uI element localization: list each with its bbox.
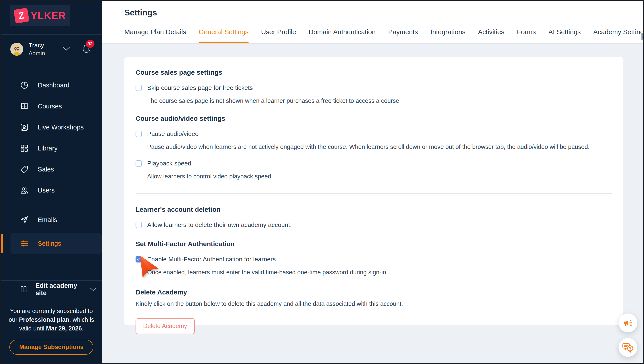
paper-plane-icon	[20, 215, 29, 224]
profile-name: Tracy	[28, 41, 45, 49]
megaphone-icon	[623, 318, 633, 328]
checkbox-label: Playback speed	[147, 160, 191, 167]
checkbox-description: The course sales page is not shown when …	[147, 97, 612, 104]
subscription-line3-post: .	[82, 325, 84, 332]
checkbox-label: Skip course sales page for free tickets	[147, 84, 253, 91]
tag-icon	[20, 165, 29, 174]
tab-forms[interactable]: Forms	[517, 28, 536, 43]
sidebar-item-dashboard[interactable]: Dashboard	[1, 75, 102, 96]
tab-manage-plan-details[interactable]: Manage Plan Details	[124, 28, 186, 43]
enable-mfa-checkbox[interactable]	[136, 256, 142, 263]
help-chat-icon: ?	[622, 342, 634, 353]
edit-academy-site-label: Edit academy site	[36, 282, 84, 297]
sidebar-item-live-workshops[interactable]: Live Workshops	[1, 117, 102, 138]
library-grid-icon	[20, 144, 29, 153]
help-chat-fab[interactable]: ?	[618, 338, 637, 357]
sidebar-item-label: Library	[38, 145, 58, 152]
profile-names: Tracy Admin	[28, 41, 45, 57]
tab-domain-authentication[interactable]: Domain Authentication	[308, 28, 376, 43]
page-title: Settings	[124, 8, 157, 18]
subscription-line2-post: , which is	[69, 316, 94, 323]
tab-integrations[interactable]: Integrations	[430, 28, 466, 43]
dashboard-icon	[20, 81, 29, 90]
general-settings-card: Course sales page settings Skip course s…	[124, 57, 623, 325]
tab-activities[interactable]: Activities	[478, 28, 504, 43]
checkbox-row-pause-audio-video: Pause audio/video	[136, 130, 612, 137]
checkbox-row-skip-sales-page: Skip course sales page for free tickets	[136, 84, 612, 91]
sidebar-item-label: Sales	[38, 166, 54, 173]
subscription-valid-date: Mar 29, 2026	[46, 325, 82, 332]
checkbox-label: Enable Multi-Factor Authentication for l…	[147, 256, 276, 263]
sidebar-item-library[interactable]: Library	[1, 138, 102, 159]
sidebar-item-users[interactable]: Users	[1, 180, 102, 201]
section-heading-delete-academy: Delete Academy	[136, 288, 612, 296]
subscription-text: You are currently subscribed to our Prof…	[7, 307, 96, 333]
checkbox-row-enable-mfa: Enable Multi-Factor Authentication for l…	[136, 256, 612, 263]
app-window: Z YLKER Tracy Admin	[0, 0, 644, 364]
profile-role: Admin	[28, 49, 45, 57]
announcements-fab[interactable]	[618, 313, 637, 332]
main-area: Settings Manage Plan Details General Set…	[102, 1, 643, 363]
brand-logo-mark: Z	[14, 8, 30, 24]
subscription-line1: You are currently subscribed to	[10, 308, 93, 314]
brand-logo-word: YLKER	[30, 10, 66, 22]
checkbox-row-playback-speed: Playback speed	[136, 160, 612, 167]
settings-tabs: Manage Plan Details General Settings Use…	[124, 28, 644, 43]
sidebar-item-label: Courses	[38, 103, 62, 110]
avatar[interactable]	[10, 43, 23, 56]
delete-academy-button[interactable]: Delete Academy	[136, 318, 195, 334]
edit-site-chevron-down-icon[interactable]	[84, 281, 102, 298]
tab-ai-settings[interactable]: AI Settings	[548, 28, 581, 43]
sidebar-item-label: Live Workshops	[38, 124, 84, 131]
avatar-image	[10, 43, 23, 56]
manage-subscriptions-button[interactable]: Manage Subscriptions	[10, 340, 93, 354]
sidebar-item-emails[interactable]: Emails	[1, 209, 102, 230]
tab-payments[interactable]: Payments	[388, 28, 418, 43]
sidebar-item-courses[interactable]: Courses	[1, 96, 102, 117]
brand-logo[interactable]: Z YLKER	[10, 5, 70, 26]
section-heading-audio-video: Course audio/video settings	[136, 115, 612, 122]
users-icon	[20, 186, 29, 195]
tab-general-settings[interactable]: General Settings	[199, 28, 248, 43]
settings-sliders-icon	[20, 239, 29, 248]
subscription-line2-pre: our	[9, 316, 19, 323]
tab-user-profile[interactable]: User Profile	[261, 28, 296, 43]
sidebar-item-label: Emails	[38, 216, 57, 224]
edit-academy-site-row: Edit academy site	[1, 280, 102, 298]
subscription-plan-name: Professional plan	[19, 316, 69, 323]
tab-academy-settings[interactable]: Academy Settings	[593, 28, 644, 43]
subscription-info: You are currently subscribed to our Prof…	[1, 298, 102, 363]
checkbox-description: Allow learners to control video playback…	[147, 173, 612, 180]
section-heading-mfa: Set Multi-Factor Authentication	[136, 240, 612, 248]
sidebar: Z YLKER Tracy Admin	[1, 1, 102, 363]
svg-text:?: ?	[629, 346, 632, 351]
scrollbar-thumb[interactable]	[641, 33, 643, 40]
profile-chevron-down-icon[interactable]	[62, 47, 70, 52]
skip-sales-page-checkbox[interactable]	[136, 85, 142, 91]
profile-section: Tracy Admin 32	[1, 35, 102, 64]
checkbox-description: Pause audio/video when learners are not …	[147, 143, 612, 150]
sidebar-nav: Dashboard Courses Live Workshops	[1, 64, 102, 254]
sidebar-item-sales[interactable]: Sales	[1, 159, 102, 180]
section-heading-account-deletion: Learner's account deletion	[136, 206, 612, 213]
workshop-person-icon	[20, 123, 29, 132]
sidebar-item-label: Users	[38, 187, 55, 194]
checkbox-label: Pause audio/video	[147, 130, 198, 137]
pause-audio-video-checkbox[interactable]	[136, 131, 142, 137]
site-layout-icon	[20, 285, 28, 294]
sidebar-item-label: Settings	[38, 240, 61, 247]
edit-academy-site-button[interactable]: Edit academy site	[1, 281, 84, 298]
subscription-line3-pre: valid until	[19, 325, 46, 332]
content-area: Course sales page settings Skip course s…	[102, 44, 643, 363]
notification-badge: 32	[85, 39, 95, 48]
sidebar-item-settings[interactable]: Settings	[10, 233, 102, 254]
notifications-button[interactable]: 32	[82, 44, 91, 55]
playback-speed-checkbox[interactable]	[136, 160, 142, 166]
checkbox-description: Once enabled, learners must enter the va…	[147, 269, 612, 276]
section-heading-course-sales: Course sales page settings	[136, 69, 612, 76]
checkmark-icon	[136, 257, 141, 262]
sidebar-item-label: Dashboard	[38, 82, 70, 89]
delete-academy-description: Kindly click on the button below to dele…	[136, 300, 612, 307]
allow-account-deletion-checkbox[interactable]	[136, 222, 142, 228]
page-header: Settings Manage Plan Details General Set…	[102, 1, 643, 44]
